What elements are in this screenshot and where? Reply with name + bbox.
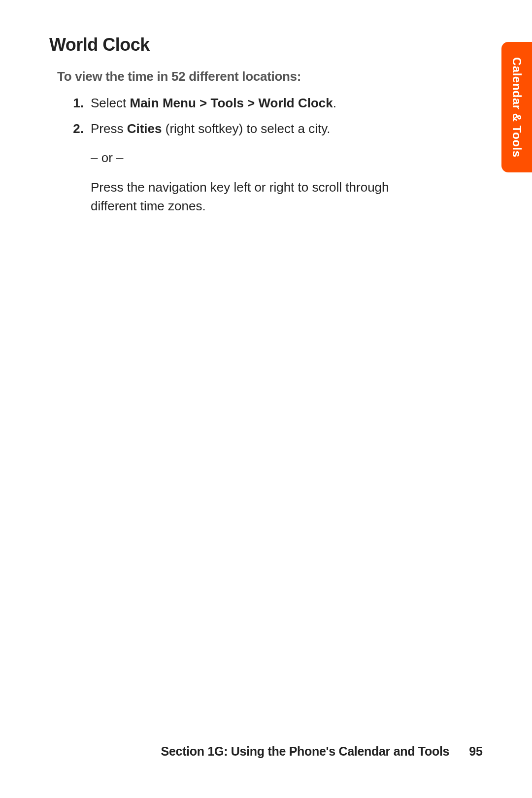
step-body: Press Cities (right softkey) to select a… xyxy=(91,120,424,216)
step-or: – or – xyxy=(91,149,424,167)
step-2: 2. Press Cities (right softkey) to selec… xyxy=(69,120,424,216)
step-1: 1. Select Main Menu > Tools > World Cloc… xyxy=(69,94,424,113)
section-tab-label: Calendar & Tools xyxy=(510,57,524,158)
step-number: 1. xyxy=(69,94,91,113)
step-number: 2. xyxy=(69,120,91,216)
step-body: Select Main Menu > Tools > World Clock. xyxy=(91,94,424,113)
footer-page-number: 95 xyxy=(469,744,483,759)
step-text-bold: Main Menu > Tools > World Clock xyxy=(130,96,333,110)
step-text-prefix: Select xyxy=(91,96,130,110)
step-text-bold: Cities xyxy=(127,121,162,136)
page-footer: Section 1G: Using the Phone's Calendar a… xyxy=(49,744,483,759)
step-text-prefix: Press xyxy=(91,121,127,136)
intro-text: To view the time in 52 different locatio… xyxy=(57,69,483,84)
manual-page: Calendar & Tools World Clock To view the… xyxy=(0,0,532,798)
step-text-suffix: (right softkey) to select a city. xyxy=(162,121,331,136)
step-text-suffix: . xyxy=(333,96,336,110)
step-alt: Press the navigation key left or right t… xyxy=(91,178,424,215)
step-list: 1. Select Main Menu > Tools > World Cloc… xyxy=(69,94,483,215)
footer-section: Section 1G: Using the Phone's Calendar a… xyxy=(161,744,450,759)
page-heading: World Clock xyxy=(49,34,483,55)
section-tab: Calendar & Tools xyxy=(501,42,532,172)
